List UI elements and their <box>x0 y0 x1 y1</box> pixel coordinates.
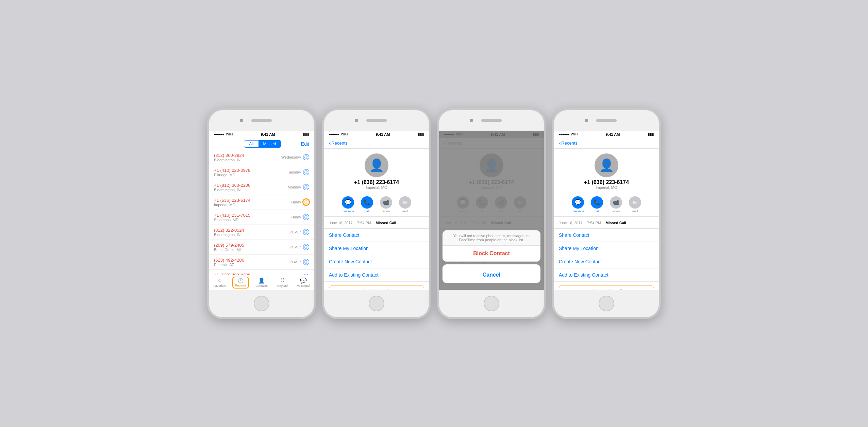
call-meta-5: 6/15/17 ⓘ <box>288 229 309 235</box>
keypad-icon-1: ⠿ <box>281 277 285 284</box>
call-item-3[interactable]: +1 (636) 223-6174 Imperial, MO Friday ⓘ <box>209 195 314 210</box>
add-existing-2[interactable]: Add to Existing Contact <box>324 268 429 282</box>
call-item-6[interactable]: (269) 579-2405 Battle Creek, MI 6/15/17 … <box>209 240 314 255</box>
add-existing-4[interactable]: Add to Existing Contact <box>554 268 659 282</box>
call-item-0[interactable]: (812) 360-2824 Bloomington, IN Wednesday… <box>209 150 314 165</box>
share-location-2[interactable]: Share My Location <box>324 242 429 255</box>
avatar-person-icon-2: 👤 <box>369 158 384 173</box>
info-btn-6[interactable]: ⓘ <box>303 244 309 250</box>
block-caller-btn-2[interactable]: Block this Caller <box>329 285 424 290</box>
call-number-6: (269) 579-2405 <box>214 243 288 248</box>
avatar-2: 👤 <box>365 153 388 177</box>
call-btn-4[interactable]: 📞 call <box>591 196 603 213</box>
signal-dots-2: ●●●●● <box>329 132 339 136</box>
mail-btn-2[interactable]: ✉ mail <box>399 196 411 213</box>
info-btn-2[interactable]: ⓘ <box>303 184 309 190</box>
info-btn-3-highlighted[interactable]: ⓘ <box>303 199 309 205</box>
home-button-3[interactable] <box>484 296 499 311</box>
call-btn-2[interactable]: 📞 call <box>361 196 373 213</box>
info-btn-4[interactable]: ⓘ <box>303 214 309 220</box>
phone-bottom-4 <box>554 290 659 317</box>
tab-voicemail-1[interactable]: 💬 Voicemail <box>293 275 314 290</box>
message-btn-4[interactable]: 💬 message <box>572 196 584 213</box>
phone-4: ●●●●● WiFi 9:41 AM ▮▮▮ ‹ Recents 👤 +1 (6… <box>552 108 661 319</box>
call-item-4[interactable]: +1 (410) 231-7015 Solomons, MD Friday ⓘ <box>209 210 314 225</box>
call-item-5[interactable]: (812) 322-0524 Bloomington, IN 6/15/17 ⓘ <box>209 225 314 240</box>
tab-missed[interactable]: Missed <box>258 141 281 147</box>
call-location-4: Solomons, MD <box>214 218 290 222</box>
call-location-6: Battle Creek, MI <box>214 248 288 252</box>
action-sheet-msg-3: You will not receive phone calls, messag… <box>443 230 540 246</box>
share-contact-4[interactable]: Share Contact <box>554 229 659 242</box>
info-btn-5[interactable]: ⓘ <box>303 229 309 235</box>
video-btn-2[interactable]: 📹 video <box>380 196 392 213</box>
tab-contacts-label-1: Contacts <box>255 284 268 288</box>
mail-btn-4[interactable]: ✉ mail <box>629 196 641 213</box>
back-label-2: Recents <box>331 141 348 146</box>
phone-bottom-3 <box>439 290 544 317</box>
nav-bar-1: All Missed Edit <box>209 138 314 150</box>
tab-favorites-1[interactable]: ☆ Favorites <box>209 275 230 290</box>
back-btn-2[interactable]: ‹ Recents <box>329 140 348 146</box>
call-item-8[interactable]: +1 (623) 492-4206 Phoenix, AZ 6/14/17 ⓘ <box>209 270 314 275</box>
info-btn-1[interactable]: ⓘ <box>303 169 309 175</box>
share-contact-2[interactable]: Share Contact <box>324 229 429 242</box>
call-number-1: +1 (410) 220-0978 <box>214 168 287 173</box>
battery-icon-2: ▮▮▮ <box>418 132 424 136</box>
call-info-8: +1 (623) 492-4206 Phoenix, AZ <box>214 273 288 275</box>
call-item-1[interactable]: +1 (410) 220-0978 Elkridge, MD Tuesday ⓘ <box>209 165 314 180</box>
block-contact-btn-3[interactable]: Block Contact <box>443 246 540 262</box>
status-battery-2: ▮▮▮ <box>418 132 424 136</box>
call-label-2: call <box>365 210 370 213</box>
video-btn-4[interactable]: 📹 video <box>610 196 622 213</box>
edit-btn-1[interactable]: Edit <box>301 141 309 147</box>
back-label-4: Recents <box>561 141 578 146</box>
tab-recents-1[interactable]: 🕐 Recents <box>230 275 251 290</box>
cancel-btn-3[interactable]: Cancel <box>443 267 540 283</box>
call-date-5: 6/15/17 <box>288 230 301 234</box>
home-button-2[interactable] <box>369 296 384 311</box>
tab-all[interactable]: All <box>244 141 258 147</box>
block-btn-container-2: Block this Caller <box>324 282 429 290</box>
screen-4: ●●●●● WiFi 9:41 AM ▮▮▮ ‹ Recents 👤 +1 (6… <box>554 131 659 290</box>
call-number-4: +1 (410) 231-7015 <box>214 213 290 218</box>
status-time-4: 9:41 AM <box>606 132 620 136</box>
info-btn-7[interactable]: ⓘ <box>303 259 309 265</box>
call-info-1: +1 (410) 220-0978 Elkridge, MD <box>214 168 287 177</box>
home-button-1[interactable] <box>254 296 269 311</box>
unblock-caller-btn-4[interactable]: Unblock this Caller <box>559 285 654 290</box>
create-contact-2[interactable]: Create New Contact <box>324 255 429 268</box>
call-info-5: (812) 322-0524 Bloomington, IN <box>214 228 288 237</box>
call-log-2: June 16, 2017 7:54 PM Missed Call <box>324 217 429 229</box>
call-item-2[interactable]: +1 (812) 360-2206 Bloomington, IN Monday… <box>209 180 314 195</box>
create-contact-4[interactable]: Create New Contact <box>554 255 659 268</box>
call-location-5: Bloomington, IN <box>214 233 288 237</box>
info-btn-0[interactable]: ⓘ <box>303 154 309 160</box>
tab-group-1[interactable]: All Missed <box>244 140 281 148</box>
action-buttons-2: 💬 message 📞 call 📹 video ✉ mail <box>324 193 429 217</box>
call-location-3: Imperial, MO <box>214 203 290 207</box>
call-location-1: Elkridge, MD <box>214 173 287 177</box>
call-log-date-2: June 16, 2017 <box>329 221 353 225</box>
menu-list-4: Share Contact Share My Location Create N… <box>554 229 659 282</box>
screen-2: ●●●●● WiFi 9:41 AM ▮▮▮ ‹ Recents 👤 +1 (6… <box>324 131 429 290</box>
status-signal-4: ●●●●● WiFi <box>559 132 578 136</box>
detail-nav-2: ‹ Recents <box>324 138 429 149</box>
call-item-7[interactable]: (623) 492-4206 Phoenix, AZ 6/14/17 ⓘ <box>209 255 314 270</box>
tab-contacts-1[interactable]: 👤 Contacts <box>251 275 272 290</box>
menu-list-2: Share Contact Share My Location Create N… <box>324 229 429 282</box>
avatar-4: 👤 <box>595 153 618 177</box>
back-chevron-4: ‹ <box>559 140 561 146</box>
tab-keypad-1[interactable]: ⠿ Keypad <box>272 275 293 290</box>
message-btn-2[interactable]: 💬 message <box>342 196 354 213</box>
call-date-3: Friday <box>290 200 301 204</box>
share-location-4[interactable]: Share My Location <box>554 242 659 255</box>
call-circle-4: 📞 <box>591 196 603 209</box>
home-button-4[interactable] <box>599 296 614 311</box>
call-circle-2: 📞 <box>361 196 373 209</box>
info-btn-8[interactable]: ⓘ <box>303 274 309 275</box>
tab-keypad-label-1: Keypad <box>277 284 288 288</box>
battery-icon-4: ▮▮▮ <box>648 132 654 136</box>
back-btn-4[interactable]: ‹ Recents <box>559 140 578 146</box>
call-date-7: 6/14/17 <box>288 260 301 264</box>
